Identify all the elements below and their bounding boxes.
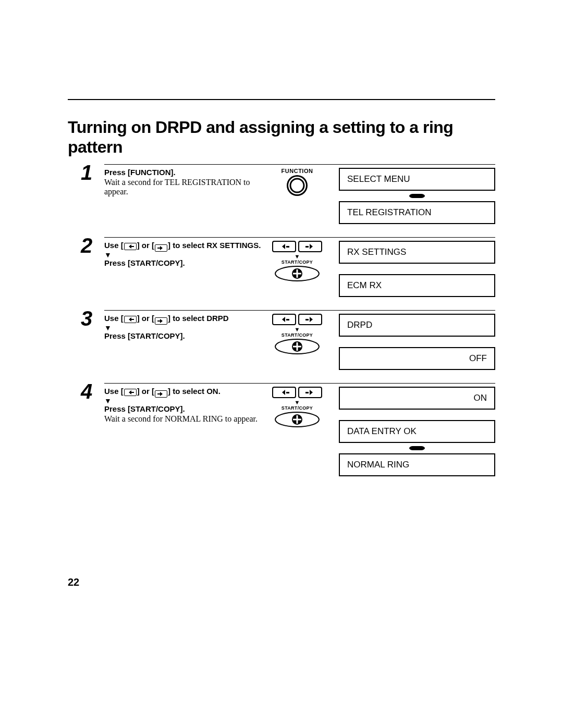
left-arrow-button-icon [272,387,296,398]
left-arrow-icon [124,243,137,250]
right-arrow-button-icon [298,314,322,325]
lcd-display: DRPD [339,314,495,337]
lcd-display: NORMAL RING [339,453,495,476]
step-number: 2 [81,235,104,256]
control-icon-column: ▼ START/COPY [266,387,328,476]
instruction-note: Wait a second for NORMAL RING to appear. [104,414,266,424]
instruction-line: Press [FUNCTION]. [104,168,266,177]
right-arrow-icon [155,317,167,325]
text-fragment: ] to select DRPD [168,314,229,323]
page: Turning on DRPD and assigning a setting … [0,0,563,728]
horizontal-rule [68,99,495,100]
start-copy-button-icon [275,412,320,427]
instruction-column: Press [FUNCTION]. Wait a second for TEL … [104,168,266,224]
right-arrow-icon [155,390,167,398]
down-triangle-icon: ▼ [295,327,300,332]
right-arrow-icon [155,244,167,252]
instruction-line: Press [START/COPY]. [104,258,266,267]
text-fragment: Use [ [104,387,124,396]
start-copy-button-icon [275,339,320,354]
lcd-display: RX SETTINGS [339,241,495,264]
page-number: 22 [68,576,79,588]
instruction-line: Press [START/COPY]. [104,331,266,340]
step: 2 Use [] or [] to select RX SETTINGS. ▼ … [81,237,495,297]
lcd-display: TEL REGISTRATION [339,201,495,224]
text-fragment: ] or [ [137,387,154,396]
down-triangle-icon: ▼ [295,254,300,260]
instruction-column: Use [] or [] to select ON. ▼ Press [STAR… [104,387,266,476]
instruction-line: Press [START/COPY]. [104,404,266,413]
text-fragment: ] or [ [137,241,154,250]
start-copy-label: START/COPY [282,332,313,338]
lcd-display: ECM RX [339,274,495,297]
step: 1 Press [FUNCTION]. Wait a second for TE… [81,164,495,224]
control-icon-column: FUNCTION [266,168,328,224]
instruction-column: Use [] or [] to select RX SETTINGS. ▼ Pr… [104,241,266,297]
down-triangle-icon: ▼ [295,400,300,405]
text-fragment: Use [ [104,314,124,323]
page-title: Turning on DRPD and assigning a setting … [68,117,495,157]
control-icon-column: ▼ START/COPY [266,241,328,297]
lcd-display: DATA ENTRY OK [339,420,495,443]
instruction-line: Use [] or [] to select DRPD [104,314,266,324]
right-arrow-button-icon [298,241,322,252]
instruction-column: Use [] or [] to select DRPD ▼ Press [STA… [104,314,266,370]
function-button-label: FUNCTION [282,168,313,174]
step: 4 Use [] or [] to select ON. ▼ Press [ST… [81,383,495,476]
steps-list: 1 Press [FUNCTION]. Wait a second for TE… [81,164,495,489]
start-copy-label: START/COPY [282,405,313,411]
start-copy-label: START/COPY [282,260,313,265]
display-column: RX SETTINGS ECM RX [328,241,495,297]
step-rule [104,383,495,384]
step-number: 3 [81,308,104,329]
left-arrow-button-icon [272,314,296,325]
lcd-display: SELECT MENU [339,168,495,191]
step-rule [104,164,495,165]
function-button-icon [286,174,309,197]
left-arrow-button-icon [272,241,296,252]
text-fragment: ] to select RX SETTINGS. [168,241,261,250]
down-triangle-icon: ▼ [104,397,266,404]
display-column: SELECT MENU TEL REGISTRATION [328,168,495,224]
step-number: 1 [81,162,104,183]
text-fragment: Use [ [104,241,124,250]
step-rule [104,310,495,311]
left-arrow-icon [124,316,137,323]
step-rule [104,237,495,238]
start-copy-button-icon [275,266,320,281]
instruction-line: Use [] or [] to select RX SETTINGS. [104,241,266,251]
control-icon-column: ▼ START/COPY [266,314,328,370]
instruction-note: Wait a second for TEL REGISTRATION to ap… [104,178,266,196]
step: 3 Use [] or [] to select DRPD ▼ Press [S… [81,310,495,370]
right-arrow-button-icon [298,387,322,398]
display-column: DRPD OFF [328,314,495,370]
transition-icon [339,446,495,450]
down-triangle-icon: ▼ [104,251,266,258]
lcd-display: ON [339,387,495,410]
left-arrow-icon [124,389,137,396]
display-column: ON DATA ENTRY OK NORMAL RING [328,387,495,476]
text-fragment: ] to select ON. [168,387,221,396]
text-fragment: ] or [ [137,314,154,323]
down-triangle-icon: ▼ [104,324,266,331]
instruction-line: Use [] or [] to select ON. [104,387,266,397]
transition-icon [339,194,495,198]
lcd-display: OFF [339,347,495,370]
step-number: 4 [81,381,104,402]
